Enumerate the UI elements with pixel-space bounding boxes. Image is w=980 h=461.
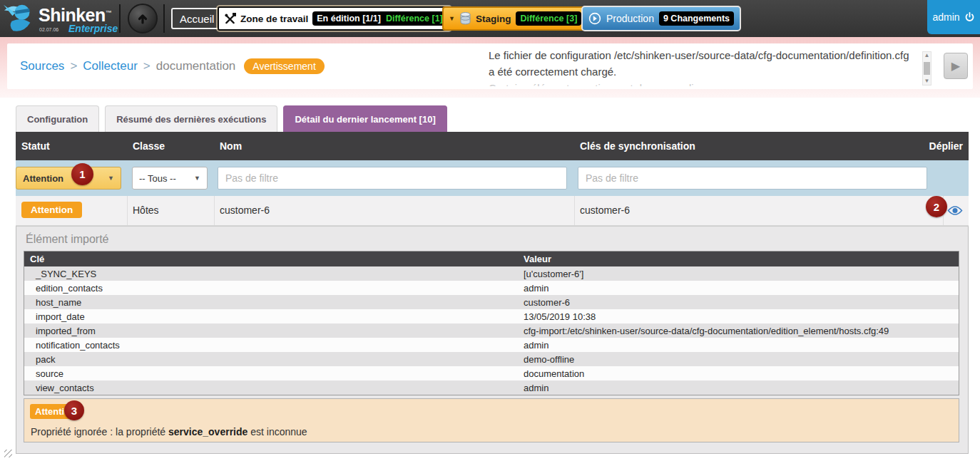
column-header-nom: Nom xyxy=(220,140,242,152)
scroll-down-icon[interactable]: ▼ xyxy=(924,78,930,84)
annotation-badge-3: 3 xyxy=(64,400,84,420)
kv-value: admin xyxy=(518,338,959,352)
tab-bar: Configuration Résumé des dernières exécu… xyxy=(16,105,447,132)
workzone-selector[interactable]: Zone de travail En édition [1/1] Différe… xyxy=(218,6,451,31)
row-class-cell: Hôtes xyxy=(133,204,159,216)
kv-row: import_date 13/05/2019 10:38 xyxy=(24,309,959,323)
tab-resume-executions[interactable]: Résumé des dernières exécutions xyxy=(105,105,277,132)
breadcrumb: Sources > Collecteur > documentation Ave… xyxy=(20,58,325,74)
breadcrumb-sources-link[interactable]: Sources xyxy=(20,59,64,73)
annotation-badge-2: 2 xyxy=(926,196,947,217)
column-header-statut: Statut xyxy=(21,140,50,152)
breadcrumb-collecteur-link[interactable]: Collecteur xyxy=(83,59,138,73)
filter-row: Attention ▼ 1 -- Tous -- ▼ xyxy=(16,160,969,196)
production-changes-pill: 9 Changements xyxy=(659,11,734,26)
imported-element-table: Clé Valeur _SYNC_KEYS [u'customer-6'] xyxy=(24,251,959,395)
column-header-sync-keys: Clés de synchronisation xyxy=(580,140,695,152)
row-status-badge: Attention xyxy=(21,202,82,218)
version-label: 02.07.06 xyxy=(39,27,58,32)
kv-row: source documentation xyxy=(24,366,959,380)
collapse-detail-button[interactable] xyxy=(947,205,963,218)
info-card: Sources > Collecteur > documentation Ave… xyxy=(7,43,973,89)
power-icon[interactable] xyxy=(964,12,975,23)
expand-messages-button[interactable]: ▶ xyxy=(944,53,968,79)
resize-grip[interactable] xyxy=(4,450,12,457)
kv-value: cfg-import:/etc/shinken-user/source-data… xyxy=(518,323,959,338)
database-icon xyxy=(460,12,471,25)
annotation-badge-1: 1 xyxy=(71,163,93,185)
status-filter-select[interactable]: Attention ▼ xyxy=(16,167,121,190)
kv-key: host_name xyxy=(24,295,518,309)
message-scrollbar[interactable]: ▲ ▼ xyxy=(922,51,931,86)
load-messages: Le fichier de configuration /etc/shinken… xyxy=(489,47,917,86)
kv-value: admin xyxy=(518,281,959,295)
workzone-label: Zone de travail xyxy=(240,14,308,24)
kv-value: documentation xyxy=(518,366,959,380)
staging-selector[interactable]: ▼ Staging Différence [3] xyxy=(442,6,588,31)
kv-key: import_date xyxy=(24,309,518,323)
detail-panel: Élément importé Clé Valeur _SYNC_KEYS xyxy=(16,226,969,454)
name-filter-input[interactable] xyxy=(218,167,567,190)
kv-value: customer-6 xyxy=(518,295,959,309)
chevron-down-icon: ▼ xyxy=(194,175,200,182)
chevron-down-icon: ▼ xyxy=(108,175,114,182)
production-label: Production xyxy=(606,13,654,24)
property-warning: Attention 3 Propriété ignorée : la propr… xyxy=(24,398,959,442)
warning-message: Propriété ignorée : la propriété service… xyxy=(31,426,307,437)
user-menu[interactable]: admin xyxy=(927,0,980,34)
row-name-cell: customer-6 xyxy=(220,204,270,216)
shinken-logo: Shinken™ 02.07.06 Enterprise xyxy=(3,1,117,36)
workzone-status-pill: En édition [1/1] Différence [1] xyxy=(312,11,446,26)
column-divider xyxy=(127,196,128,225)
divider xyxy=(163,4,165,33)
scrollbar-thumb[interactable] xyxy=(924,62,930,75)
scroll-top-button[interactable] xyxy=(128,4,158,33)
top-bar: Shinken™ 02.07.06 Enterprise Accueil Zon… xyxy=(0,0,980,37)
kv-column-valeur: Valeur xyxy=(518,252,959,266)
brand-edition: Enterprise xyxy=(68,23,118,34)
tab-configuration[interactable]: Configuration xyxy=(16,105,99,132)
ninja-logo-icon xyxy=(3,2,37,35)
warning-text-after: est inconnue xyxy=(247,426,307,437)
kv-row: _SYNC_KEYS [u'customer-6'] xyxy=(24,266,959,281)
kv-value: admin xyxy=(518,380,959,395)
play-icon: ▶ xyxy=(951,59,960,73)
eye-icon xyxy=(947,205,963,216)
message-line-clipped: Certains éléments contiennent des anomal… xyxy=(489,80,917,86)
result-row[interactable]: Attention Hôtes customer-6 customer-6 2 xyxy=(16,196,969,226)
tools-icon xyxy=(224,13,236,25)
kv-row: view_contacts admin xyxy=(24,380,959,395)
username-label: admin xyxy=(932,11,959,23)
difference-badge: Différence [1] xyxy=(386,14,443,24)
page: Shinken™ 02.07.06 Enterprise Accueil Zon… xyxy=(0,0,980,461)
up-arrow-icon xyxy=(136,11,150,26)
column-header-deplier: Déplier xyxy=(929,140,963,152)
chevron-down-icon: ▼ xyxy=(449,15,455,22)
tab-detail-lancement[interactable]: Détail du dernier lancement [10] xyxy=(283,105,446,132)
status-filter-value: Attention xyxy=(23,173,63,184)
kv-value: 13/05/2019 10:38 xyxy=(518,309,959,323)
kv-row: notification_contacts admin xyxy=(24,338,959,352)
kv-key: source xyxy=(24,366,518,380)
kv-key: pack xyxy=(24,352,518,366)
column-divider xyxy=(214,196,215,225)
column-header-classe: Classe xyxy=(133,140,165,152)
kv-key: _SYNC_KEYS xyxy=(24,266,518,281)
home-button[interactable]: Accueil xyxy=(171,8,223,29)
scroll-up-icon[interactable]: ▲ xyxy=(924,53,930,58)
sync-keys-filter-input[interactable] xyxy=(578,167,927,190)
breadcrumb-separator: > xyxy=(70,59,77,73)
divider xyxy=(119,4,121,33)
kv-header-row: Clé Valeur xyxy=(24,252,959,266)
changes-badge: 9 Changements xyxy=(663,14,730,24)
kv-column-cle: Clé xyxy=(24,252,518,266)
difference-badge: Différence [3] xyxy=(520,14,577,24)
kv-row: imported_from cfg-import:/etc/shinken-us… xyxy=(24,323,959,338)
warning-text-before: Propriété ignorée : la propriété xyxy=(31,426,168,437)
production-selector[interactable]: Production 9 Changements xyxy=(581,6,741,31)
column-divider xyxy=(574,196,575,225)
staging-status-pill: Différence [3] xyxy=(516,11,581,26)
detail-panel-title: Élément importé xyxy=(26,233,109,246)
class-filter-select[interactable]: -- Tous -- ▼ xyxy=(132,167,208,190)
kv-row: host_name customer-6 xyxy=(24,295,959,309)
